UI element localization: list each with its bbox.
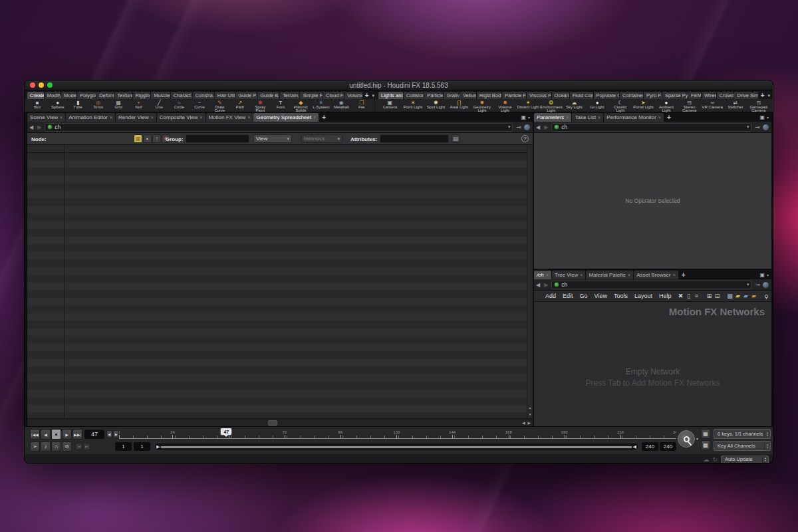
pane-tab[interactable]: Asset Browser × <box>634 271 678 279</box>
shelf-tab[interactable]: Rigging <box>133 92 151 99</box>
grid-layout-icon[interactable]: ⊞ <box>705 292 713 300</box>
menu-item[interactable]: Tools <box>610 293 631 299</box>
shelf-tab[interactable]: Grains <box>444 92 460 99</box>
shelf-tab[interactable]: Terrain... <box>280 92 300 99</box>
play-reverse-button[interactable]: ◀ <box>41 429 51 440</box>
shelf-tab[interactable]: Texture <box>114 92 132 99</box>
close-icon[interactable]: × <box>628 273 630 277</box>
path-field[interactable]: ch ▾ <box>45 123 513 132</box>
shelf-tool-spot-light[interactable]: ✺ Spot Light <box>424 100 448 112</box>
close-icon[interactable]: × <box>110 115 112 120</box>
tools-icon[interactable]: ✖ <box>676 292 684 300</box>
playback-end-field[interactable]: 240 <box>660 442 676 451</box>
add-shelf-tab-button[interactable]: + <box>363 92 371 99</box>
menu-item[interactable]: Add <box>542 293 559 299</box>
shelf-tool-caustic-light[interactable]: ☾ Caustic Light <box>608 100 632 112</box>
menu-item[interactable]: Go <box>577 293 591 299</box>
shelf-tab[interactable]: Sparse Pyr... <box>662 92 688 99</box>
show-points-icon[interactable]: ↑ <box>152 134 161 143</box>
path-dropdown-icon[interactable]: ▾ <box>747 282 749 287</box>
shelf-tool-font[interactable]: T Font <box>271 100 291 112</box>
shelf-tool-draw-curve[interactable]: ✎ Draw Curve <box>209 100 229 112</box>
shelf-tool-point-light[interactable]: ☀ Point Light <box>402 100 425 112</box>
shelf-tool-tube[interactable]: ▮ Tube <box>68 100 88 112</box>
view-dropdown[interactable]: View ▾ <box>253 134 292 143</box>
pane-layout-icon[interactable]: ▣ <box>759 114 765 120</box>
animation-editor-icon[interactable]: ▦ <box>701 429 710 439</box>
network-editor-canvas[interactable]: Motion FX Networks Empty Network Press T… <box>534 302 771 426</box>
intrinsics-dropdown[interactable]: Intrinsics ▾ <box>301 134 342 143</box>
zoom-icon[interactable]: ϙ <box>762 292 770 300</box>
shelf-tool-null[interactable]: + Null <box>128 100 148 112</box>
close-icon[interactable]: × <box>598 115 600 120</box>
range-start-button[interactable]: |◀ <box>75 443 82 450</box>
scroll-down-icon[interactable]: ▼ <box>527 412 533 418</box>
shelf-tab[interactable]: Create <box>27 92 44 99</box>
close-icon[interactable]: × <box>151 115 154 120</box>
link-icon[interactable] <box>762 124 769 131</box>
shelf-tab[interactable]: Polygon <box>77 92 96 99</box>
pin-icon[interactable]: ⊸ <box>753 124 762 130</box>
shelf-tool-area-light[interactable]: ∏ Area Light <box>448 100 471 112</box>
shelf-tab[interactable]: Volume <box>344 92 362 99</box>
shelf-tool-gamepad-camera[interactable]: ⊡ Gamepad Camera <box>747 100 770 112</box>
back-icon[interactable]: ◀ <box>27 124 35 130</box>
zoom-button[interactable] <box>47 82 53 88</box>
menu-item[interactable]: View <box>591 293 610 299</box>
current-frame-field[interactable]: 47 <box>84 430 104 439</box>
range-start-handle[interactable]: ▶ <box>156 444 160 450</box>
back-icon[interactable]: ◀ <box>534 282 542 288</box>
shelf-tab[interactable]: Pyro FX <box>644 92 662 99</box>
shelf-tool-distant-light[interactable]: ✶ Distant Light <box>517 100 540 112</box>
shelf-tool-portal-light[interactable]: ➤ Portal Light <box>632 100 655 112</box>
range-end-handle[interactable]: ◀ <box>633 444 636 450</box>
forward-icon[interactable]: ▶ <box>35 124 43 130</box>
shelf-tab[interactable]: Deform <box>96 92 114 99</box>
close-icon[interactable]: × <box>673 273 676 277</box>
range-start-field[interactable]: 1 <box>134 442 150 451</box>
shelf-tab[interactable]: Model <box>61 92 76 99</box>
performance-options-button[interactable]: ∩ <box>51 442 61 452</box>
shelf-tool-file[interactable]: ❐ File <box>352 100 372 112</box>
shelf-tab[interactable]: Fluid Con... <box>570 92 593 99</box>
back-icon[interactable]: ◀ <box>534 124 542 130</box>
shelf-tool-gi-light[interactable]: ● GI Light <box>586 100 609 112</box>
parameter-list-icon[interactable]: ≡ <box>692 292 700 300</box>
shelf-tool-curve[interactable]: ~ Curve <box>190 100 209 112</box>
vertical-scrollbar[interactable]: ▲ ▼ <box>527 145 533 418</box>
follow-selection-icon[interactable]: • <box>143 134 152 143</box>
playback-start-field[interactable]: 1 <box>115 442 132 451</box>
shelf-tool-switcher[interactable]: ⇄ Switcher <box>724 100 747 112</box>
scoped-channels-icon[interactable]: ▩ <box>701 440 710 450</box>
path-field[interactable]: ch ▾ <box>551 123 751 132</box>
pane-tab[interactable]: Tree View × <box>552 271 586 279</box>
menu-item[interactable]: Edit <box>559 293 577 299</box>
step-forward-button[interactable]: |▶ <box>113 430 119 438</box>
shelf-tool-stereo-camera[interactable]: ⊟ Stereo Camera <box>678 100 701 112</box>
background-image-icon[interactable]: ▰ <box>741 292 749 300</box>
shelf-tab[interactable]: Modify <box>45 92 61 99</box>
keys-summary-dropdown[interactable]: 0 keys, 1/1 channels ▲▼ <box>714 429 771 439</box>
pane-tab[interactable]: /ch × <box>534 271 551 279</box>
shelf-tab[interactable]: Particle Fl... <box>502 92 526 99</box>
close-button[interactable] <box>30 82 35 88</box>
scrollbar-thumb[interactable] <box>268 420 277 426</box>
pane-menu-dropdown-icon[interactable]: ▾ <box>767 273 769 277</box>
add-shelf-tab-button[interactable]: + <box>759 92 767 99</box>
snap-grid-icon[interactable]: ⊡ <box>713 292 721 300</box>
path-dropdown-icon[interactable]: ▾ <box>747 124 749 130</box>
network-box-icon[interactable]: ▰ <box>749 292 757 300</box>
view-options-icon[interactable]: ◒ <box>770 292 771 300</box>
shelf-menu-dropdown-icon[interactable]: ▾ <box>766 92 771 99</box>
forward-icon[interactable]: ▶ <box>542 282 550 288</box>
attribute-select-icon[interactable]: ▤ <box>452 134 460 143</box>
path-dropdown-icon[interactable]: ▾ <box>508 124 511 130</box>
set-key-button[interactable] <box>678 430 695 448</box>
shelf-tool-volume-light[interactable]: ✸ Volume Light <box>493 100 517 112</box>
shelf-tool-torus[interactable]: ◎ Torus <box>88 100 108 112</box>
shelf-tab[interactable]: Muscles <box>151 92 170 99</box>
pane-tab[interactable]: Composite View × <box>157 113 205 122</box>
scroll-arrows-icon[interactable]: ◀ ▶ <box>522 420 531 425</box>
shelf-tab[interactable]: FEM <box>688 92 701 99</box>
shelf-tool-path[interactable]: ↗ Path <box>230 100 250 112</box>
